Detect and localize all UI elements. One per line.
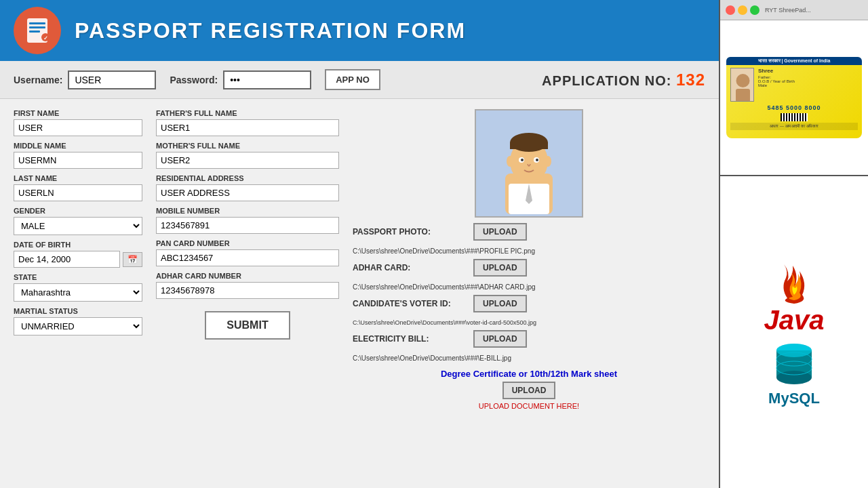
middle-name-input[interactable] [14, 152, 142, 169]
sidebar-browser-bar: RYT ShreePad... [720, 0, 868, 20]
passport-photo-upload-label: PASSPORT PHOTO: [353, 227, 468, 237]
degree-upload-button[interactable]: UPLOAD [502, 382, 556, 399]
java-text: Java [764, 305, 825, 336]
state-select[interactable]: Maharashtra Delhi Karnataka Tamil Nadu G… [14, 283, 142, 302]
voter-id-upload-row: CANDIDATE'S VOTER ID: UPLOAD C:\Users\sh… [353, 295, 705, 326]
last-name-group: LAST NAME [14, 174, 142, 201]
svg-text:✓: ✓ [43, 35, 48, 41]
mobile-number-input[interactable] [156, 217, 339, 234]
app-logo: ✓ [14, 7, 61, 54]
svg-rect-2 [29, 26, 45, 28]
browser-url: RYT ShreePad... [765, 7, 811, 14]
adhar-card-number-group: ADHAR CARD NUMBER [156, 272, 339, 299]
aadhar-card: भारत सरकार | Government of India Shree F… [726, 57, 862, 138]
electricity-bill-upload-button[interactable]: UPLOAD [473, 330, 527, 348]
voter-id-path: C:\Users\shree\OneDrive\Documents\###\vo… [353, 319, 705, 326]
aadhar-tagline: आधार — आम आदमी का अधिकार [730, 123, 858, 130]
application-number: 132 [676, 70, 705, 89]
dob-group: DATE OF BIRTH 📅 [14, 241, 142, 268]
first-name-input[interactable] [14, 119, 142, 136]
electricity-bill-upload-label: ELECTRICITY BILL: [353, 334, 468, 344]
form-body: FIRST NAME MIDDLE NAME LAST NAME GENDER … [0, 99, 719, 488]
marital-status-select[interactable]: UNMARRIED MARRIED DIVORCED WIDOWED [14, 317, 142, 336]
mysql-logo: MySQL [768, 342, 820, 407]
electricity-bill-upload-row: ELECTRICITY BILL: UPLOAD C:\Users\shree\… [353, 330, 705, 362]
first-name-label: FIRST NAME [14, 109, 142, 117]
passport-photo-upload-button[interactable]: UPLOAD [473, 223, 527, 241]
svg-point-18 [545, 156, 551, 167]
pan-card-input[interactable] [156, 249, 339, 266]
svg-rect-1 [29, 22, 45, 24]
voter-id-upload-label: CANDIDATE'S VOTER ID: [353, 299, 468, 308]
adhar-card-upload-label: ADHAR CARD: [353, 263, 468, 272]
gender-group: GENDER MALE FEMALE OTHER [14, 207, 142, 235]
svg-rect-12 [510, 142, 548, 149]
left-column: FIRST NAME MIDDLE NAME LAST NAME GENDER … [14, 109, 142, 478]
dob-input[interactable] [14, 251, 120, 268]
marital-status-group: MARTIAL STATUS UNMARRIED MARRIED DIVORCE… [14, 307, 142, 336]
uploads-section: PASSPORT PHOTO: UPLOAD C:\Users\shree\On… [353, 223, 705, 410]
sidebar: RYT ShreePad... भारत सरकार | Government … [719, 0, 868, 488]
middle-column: FATHER'S FULL NAME MOTHER'S FULL NAME RE… [156, 109, 339, 478]
fathers-name-group: FATHER'S FULL NAME [156, 109, 339, 136]
mothers-name-group: MOTHER'S FULL NAME [156, 142, 339, 169]
degree-certificate-label: Degree Certificate or 10th/12th Mark she… [441, 369, 617, 379]
residential-address-group: RESIDENTIAL ADDRESS [156, 174, 339, 201]
aadhar-info: Shree Father: D.O.B / Year of Birth Male [758, 68, 858, 102]
aadhar-number: 5485 5000 8000 [730, 104, 858, 111]
last-name-input[interactable] [14, 184, 142, 201]
fathers-name-input[interactable] [156, 119, 339, 136]
pan-card-label: PAN CARD NUMBER [156, 239, 339, 247]
mysql-text: MySQL [768, 390, 820, 407]
mothers-name-input[interactable] [156, 152, 339, 169]
residential-address-input[interactable] [156, 184, 339, 201]
mothers-name-label: MOTHER'S FULL NAME [156, 142, 339, 150]
middle-name-group: MIDDLE NAME [14, 142, 142, 169]
first-name-group: FIRST NAME [14, 109, 142, 136]
last-name-label: LAST NAME [14, 174, 142, 182]
voter-id-upload-button[interactable]: UPLOAD [473, 295, 527, 312]
middle-name-label: MIDDLE NAME [14, 142, 142, 150]
calendar-button[interactable]: 📅 [123, 252, 142, 267]
right-column: PASSPORT PHOTO: UPLOAD C:\Users\shree\On… [353, 109, 705, 478]
app-no-button[interactable]: APP NO [325, 69, 380, 90]
svg-point-20 [736, 74, 750, 87]
password-input[interactable] [223, 70, 311, 89]
state-group: STATE Maharashtra Delhi Karnataka Tamil … [14, 273, 142, 302]
browser-close-btn[interactable] [726, 5, 735, 15]
svg-point-15 [521, 159, 524, 161]
adhar-card-upload-row: ADHAR CARD: UPLOAD C:\Users\shree\OneDri… [353, 259, 705, 291]
sidebar-aadhar-card-area: भारत सरकार | Government of India Shree F… [720, 20, 868, 176]
state-label: STATE [14, 273, 142, 281]
login-section: Username: Password: APP NO APPLICATION N… [0, 61, 719, 99]
svg-point-17 [507, 156, 513, 167]
residential-address-label: RESIDENTIAL ADDRESS [156, 174, 339, 182]
passport-photo-upload-row: PASSPORT PHOTO: UPLOAD C:\Users\shree\On… [353, 223, 705, 255]
dob-label: DATE OF BIRTH [14, 241, 142, 249]
header-title: PASSPORT REGISTRATION FORM [75, 18, 466, 43]
submit-btn-row: SUBMIT [156, 311, 339, 340]
username-field-group: Username: [14, 70, 156, 89]
password-label: Password: [170, 75, 218, 85]
passport-photo-box [475, 109, 583, 218]
marital-status-label: MARTIAL STATUS [14, 307, 142, 315]
gender-select[interactable]: MALE FEMALE OTHER [14, 217, 142, 235]
aadhar-name: Shree [758, 68, 858, 74]
browser-min-btn[interactable] [738, 5, 747, 15]
submit-button[interactable]: SUBMIT [205, 311, 290, 340]
svg-rect-3 [29, 30, 40, 33]
sidebar-logos: Java MySQL [720, 176, 868, 488]
fathers-name-label: FATHER'S FULL NAME [156, 109, 339, 117]
mobile-number-label: MOBILE NUMBER [156, 207, 339, 215]
username-input[interactable] [68, 70, 156, 89]
username-label: Username: [14, 75, 62, 85]
adhar-card-upload-button[interactable]: UPLOAD [473, 259, 527, 277]
browser-max-btn[interactable] [750, 5, 760, 15]
adhar-card-number-input[interactable] [156, 282, 339, 299]
gender-label: GENDER [14, 207, 142, 215]
svg-point-25 [776, 344, 812, 357]
passport-photo-path: C:\Users\shree\OneDrive\Documents\###\PR… [353, 247, 705, 255]
pan-card-group: PAN CARD NUMBER [156, 239, 339, 266]
adhar-card-number-label: ADHAR CARD NUMBER [156, 272, 339, 280]
svg-point-16 [536, 159, 538, 161]
